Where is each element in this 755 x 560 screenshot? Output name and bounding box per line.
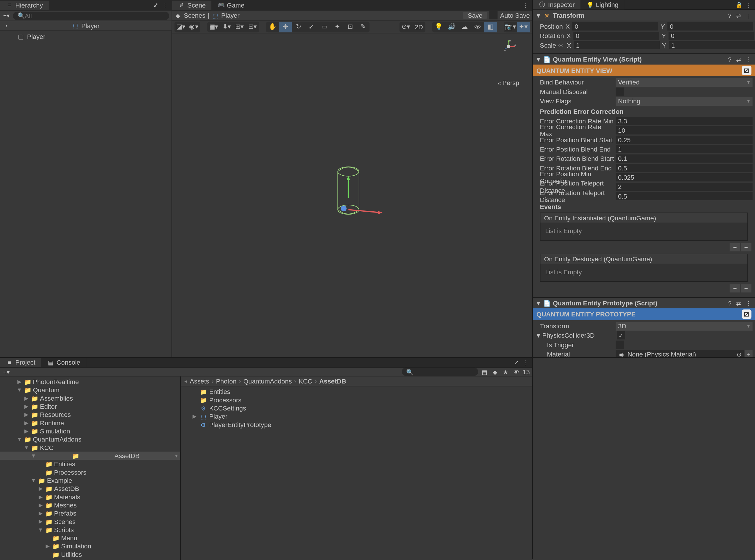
epmc-input[interactable] bbox=[616, 173, 752, 181]
fold-icon[interactable]: ▼ bbox=[535, 332, 541, 339]
project-search[interactable]: 🔍 bbox=[402, 367, 478, 376]
link-icon[interactable]: ⚯ bbox=[557, 42, 564, 49]
help-icon[interactable]: ? bbox=[727, 12, 732, 18]
transform-tool[interactable]: ✦ bbox=[331, 21, 344, 32]
dice-icon[interactable]: ⚂ bbox=[742, 309, 751, 319]
menu-icon[interactable]: ⋮ bbox=[161, 1, 169, 9]
lighting-tab[interactable]: 💡 Lighting bbox=[580, 0, 624, 9]
help-icon[interactable]: ? bbox=[727, 56, 732, 62]
rot-x-input[interactable] bbox=[573, 32, 659, 40]
erbe-input[interactable] bbox=[616, 164, 752, 172]
camera-button[interactable]: 📷▾ bbox=[504, 21, 517, 32]
list-item[interactable]: 📁Processors bbox=[181, 396, 532, 404]
autosave-checkbox[interactable] bbox=[490, 11, 498, 19]
fx-toggle[interactable]: ☁ bbox=[458, 21, 471, 32]
custom-tool-2[interactable]: ✎ bbox=[357, 21, 370, 32]
add-button[interactable]: +▾ bbox=[2, 11, 11, 19]
preset-icon[interactable]: ⇄ bbox=[735, 300, 742, 306]
list-item[interactable]: 📁Entities bbox=[181, 387, 532, 396]
save-button[interactable]: Save bbox=[463, 12, 487, 19]
list-item[interactable]: ▶⬚Player bbox=[181, 412, 532, 420]
orientation-gizmo[interactable]: y x z ≤ Persp bbox=[491, 39, 526, 86]
hierarchy-search-input[interactable] bbox=[25, 12, 164, 19]
preset-icon[interactable]: ⇄ bbox=[735, 56, 742, 62]
add-event-button[interactable]: + bbox=[730, 243, 740, 252]
ecrmax-input[interactable] bbox=[616, 126, 752, 135]
remove-event-button[interactable]: − bbox=[741, 243, 751, 252]
pos-y-input[interactable] bbox=[667, 22, 753, 31]
custom-tool-1[interactable]: ⊡ bbox=[343, 21, 357, 32]
rot-y-input[interactable] bbox=[669, 32, 754, 40]
menu-icon[interactable]: ⋮ bbox=[744, 56, 752, 62]
pc3d-checkbox[interactable]: ✓ bbox=[617, 331, 625, 339]
filter-label-icon[interactable]: ◆ bbox=[491, 367, 499, 376]
hidden-icon[interactable]: 👁 bbox=[512, 367, 520, 376]
preset-icon[interactable]: ⇄ bbox=[735, 12, 742, 18]
move-tool[interactable]: ✥ bbox=[279, 21, 292, 32]
project-breadcrumb[interactable]: ◂ Assets› Photon› QuantumAddons› KCC› As… bbox=[181, 377, 532, 386]
project-tree[interactable]: ▶📁PhotonRealtime ▼📁Quantum ▶📁Assemblies … bbox=[0, 377, 181, 560]
grid-button[interactable]: ▦▾ bbox=[207, 21, 220, 32]
console-tab[interactable]: ▤ Console bbox=[41, 358, 86, 367]
list-item[interactable]: ⚙KCCSettings bbox=[181, 404, 532, 412]
scale-x-input[interactable] bbox=[574, 41, 659, 49]
scale-tool[interactable]: ⤢ bbox=[305, 21, 318, 32]
pivot-button[interactable]: ⊙▾ bbox=[400, 21, 413, 32]
fold-icon[interactable]: ▼ bbox=[535, 56, 541, 63]
layers-toggle[interactable]: ◧ bbox=[484, 21, 497, 32]
light-toggle[interactable]: 💡 bbox=[432, 21, 445, 32]
scene-viewport[interactable]: y x z ≤ Persp bbox=[172, 33, 532, 357]
scale-y-input[interactable] bbox=[669, 41, 754, 49]
menu-icon[interactable]: ⋮ bbox=[521, 1, 530, 9]
crumb-scenes[interactable]: Scenes bbox=[184, 12, 205, 19]
gizmos-button[interactable]: ✦▾ bbox=[517, 21, 530, 32]
list-item[interactable]: ⚙PlayerEntityPrototype bbox=[181, 420, 532, 428]
bind-select[interactable]: Verified bbox=[616, 78, 752, 86]
rotate-tool[interactable]: ↻ bbox=[292, 21, 305, 32]
eptd-input[interactable] bbox=[616, 183, 752, 191]
game-tab[interactable]: 🎮 Game bbox=[212, 0, 250, 9]
add-button[interactable]: +▾ bbox=[2, 367, 11, 376]
crumb-player[interactable]: Player bbox=[221, 12, 240, 19]
menu-icon[interactable]: ⋮ bbox=[744, 300, 752, 306]
filter-type-icon[interactable]: ▤ bbox=[480, 367, 489, 376]
ecrmin-input[interactable] bbox=[616, 117, 752, 125]
material-field[interactable]: ◉None (Physics Material)⊙ bbox=[616, 350, 744, 357]
manual-checkbox[interactable] bbox=[616, 87, 624, 96]
epbs-input[interactable] bbox=[616, 136, 752, 144]
draw-mode-button[interactable]: ◪▾ bbox=[175, 21, 187, 32]
project-file-list[interactable]: 📁Entities 📁Processors ⚙KCCSettings ▶⬚Pla… bbox=[181, 386, 532, 560]
snap-button[interactable]: ⬇▾ bbox=[220, 21, 234, 32]
project-tab[interactable]: ■ Project bbox=[0, 358, 41, 367]
visibility-toggle[interactable]: 👁 bbox=[471, 21, 484, 32]
shading-mode-button[interactable]: ◉▾ bbox=[187, 21, 200, 32]
fold-icon[interactable]: ▼ bbox=[535, 300, 541, 306]
remove-event-button[interactable]: − bbox=[741, 284, 751, 292]
add-event-button[interactable]: + bbox=[730, 284, 740, 292]
hierarchy-breadcrumb[interactable]: ‹ ⬚ Player bbox=[0, 21, 172, 31]
maximize-icon[interactable]: ⤢ bbox=[512, 358, 520, 366]
help-icon[interactable]: ? bbox=[727, 300, 732, 306]
erbs-input[interactable] bbox=[616, 155, 752, 163]
picker-icon[interactable]: ⊙ bbox=[737, 351, 741, 357]
lock-icon[interactable]: 🔒 bbox=[735, 1, 743, 9]
qep-transform-select[interactable]: 3D bbox=[616, 322, 752, 331]
inspector-tab[interactable]: ⓘ Inspector bbox=[533, 0, 580, 9]
menu-icon[interactable]: ⋮ bbox=[744, 12, 752, 18]
hierarchy-search[interactable]: 🔍 bbox=[13, 11, 169, 19]
istrigger-checkbox[interactable] bbox=[616, 341, 624, 349]
dice-icon[interactable]: ⚂ bbox=[742, 66, 751, 75]
back-icon[interactable]: ‹ bbox=[2, 21, 11, 29]
rect-tool[interactable]: ▭ bbox=[318, 21, 331, 32]
hierarchy-item-player[interactable]: ▢ Player bbox=[0, 32, 172, 41]
epbe-input[interactable] bbox=[616, 145, 752, 153]
menu-icon[interactable]: ⋮ bbox=[521, 358, 530, 366]
scene-tab[interactable]: # Scene bbox=[172, 0, 212, 9]
snap-settings-button[interactable]: ⊟▾ bbox=[246, 21, 259, 32]
hierarchy-tab[interactable]: ≡ Hierarchy bbox=[0, 0, 49, 9]
fold-icon[interactable]: ▼ bbox=[535, 12, 541, 19]
flags-select[interactable]: Nothing bbox=[616, 97, 752, 105]
increment-button[interactable]: ⊞▾ bbox=[233, 21, 246, 32]
pos-x-input[interactable] bbox=[572, 22, 658, 31]
project-search-input[interactable] bbox=[414, 368, 473, 375]
